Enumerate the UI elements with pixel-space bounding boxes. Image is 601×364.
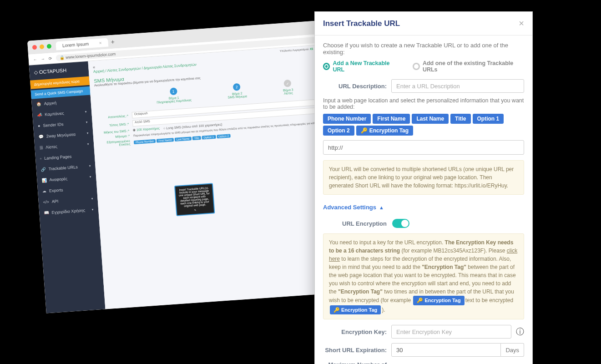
step-1[interactable]: 1Βήμα 1Πληροφορίες Καμπάνιας bbox=[156, 86, 192, 104]
encryption-tag-inline-2[interactable]: 🔑Encryption Tag bbox=[330, 305, 381, 315]
short-url-expiration-input[interactable] bbox=[391, 343, 501, 357]
tag-title[interactable]: Title bbox=[192, 136, 201, 140]
home-icon: 🏠 bbox=[36, 101, 41, 106]
close-icon[interactable]: × bbox=[519, 18, 524, 29]
modal-title: Insert Trackable URL bbox=[323, 19, 400, 28]
chevron-up-icon: ▲ bbox=[379, 205, 384, 210]
code-icon: </> bbox=[43, 200, 49, 205]
tag-option-1[interactable]: Option 1 bbox=[473, 114, 504, 124]
key-icon: 🔑 bbox=[417, 297, 423, 304]
tag-title[interactable]: Title bbox=[450, 114, 470, 124]
megaphone-icon: 📣 bbox=[37, 112, 42, 117]
tag-row: Phone Number First Name Last Name Title … bbox=[323, 114, 524, 136]
type-label: Τύπος SMS :* bbox=[97, 122, 129, 127]
tag-opt2[interactable]: Option 2 bbox=[217, 134, 231, 138]
tag-opt1[interactable]: Option 1 bbox=[202, 135, 216, 139]
encryption-key-label: Encryption Key: bbox=[323, 329, 387, 335]
url-conversion-info: Your URL will be converted to multiple s… bbox=[323, 160, 524, 195]
short-url-expiration-label: Short URL Expiration: bbox=[323, 347, 387, 354]
advanced-settings-toggle[interactable]: Advanced Settings ▲ bbox=[323, 204, 384, 211]
url-encryption-label: URL Encryption bbox=[323, 220, 387, 227]
chat-icon: 💬 bbox=[38, 134, 44, 139]
msg-label: Μήνυμα :* bbox=[98, 134, 130, 140]
tag-option-2[interactable]: Option 2 bbox=[323, 126, 354, 136]
key-icon: 🔑 bbox=[361, 127, 368, 134]
nav-back-icon[interactable]: ← bbox=[33, 57, 38, 62]
encryption-tag-inline[interactable]: 🔑Encryption Tag bbox=[413, 296, 464, 305]
tag-phone[interactable]: Phone Number bbox=[134, 139, 156, 144]
tag-lname[interactable]: Last Name bbox=[174, 136, 191, 142]
tag-phone-number[interactable]: Phone Number bbox=[323, 114, 371, 124]
url-description-label: URL Description: bbox=[323, 83, 387, 90]
key-icon: 🔑 bbox=[333, 306, 340, 314]
new-tab-button[interactable]: + bbox=[111, 38, 115, 46]
reload-icon[interactable]: ⟳ bbox=[48, 56, 52, 61]
info-icon[interactable]: ⓘ bbox=[516, 326, 524, 337]
choose-instruction: Choose if you wish to create a new Track… bbox=[323, 42, 524, 56]
link-icon: 🔗 bbox=[40, 167, 46, 172]
days-addon: Days bbox=[501, 343, 524, 357]
radio-add-new[interactable]: Add a New Trackable URL bbox=[323, 60, 399, 73]
encryption-info: You need to input a key for the URL encr… bbox=[323, 233, 524, 319]
browser-tab[interactable]: Lorem Ipsum × bbox=[56, 38, 108, 50]
url-input[interactable] bbox=[323, 140, 524, 155]
step-3[interactable]: ✓Βήμα 3Λίστες bbox=[283, 80, 294, 95]
traffic-light-close bbox=[32, 45, 37, 50]
tags-label: Εξατομικευμένες Ετικέτες bbox=[98, 139, 131, 148]
encryption-key-input[interactable] bbox=[391, 325, 511, 339]
id-icon: ● bbox=[38, 123, 40, 128]
radio-100[interactable]: ◉ 100 Χαρακτήρες bbox=[133, 126, 160, 132]
radio-add-existing[interactable]: Add one of the existing Trackable URLs bbox=[413, 60, 524, 73]
max-ips-label: Maximum Number of Unique IPs per Short U… bbox=[323, 361, 387, 364]
page-icon: ▫ bbox=[40, 156, 42, 161]
length-label: Μήκος του SMS :* bbox=[97, 129, 129, 134]
export-icon: ☁ bbox=[42, 189, 47, 194]
list-icon: ☰ bbox=[39, 145, 43, 150]
tag-last-name[interactable]: Last Name bbox=[412, 114, 449, 124]
traffic-light-min bbox=[40, 44, 45, 49]
personalize-instruction: Input a web page location and select the… bbox=[323, 97, 524, 110]
tag-encryption[interactable]: 🔑Encryption Tag bbox=[356, 126, 413, 136]
url-encryption-toggle[interactable] bbox=[392, 219, 409, 228]
chart-icon: 📊 bbox=[41, 178, 47, 183]
hamburger-icon[interactable]: ≡ bbox=[93, 66, 95, 70]
sender-label: Αποστολέας :* bbox=[96, 114, 128, 119]
traffic-light-max bbox=[47, 44, 52, 49]
url-description-input[interactable] bbox=[391, 79, 524, 93]
tag-fname[interactable]: First Name bbox=[157, 138, 174, 143]
step-2[interactable]: 2Βήμα 2SMS Μήνυμα bbox=[227, 83, 247, 99]
insert-trackable-url-modal: Insert Trackable URL × Choose if you wis… bbox=[314, 11, 533, 364]
book-icon: 📖 bbox=[44, 211, 49, 216]
tooltip-trackable: Insert Trackable URL(s). Include in your… bbox=[174, 183, 215, 216]
nav-fwd-icon[interactable]: → bbox=[40, 56, 45, 61]
tag-first-name[interactable]: First Name bbox=[373, 114, 410, 124]
